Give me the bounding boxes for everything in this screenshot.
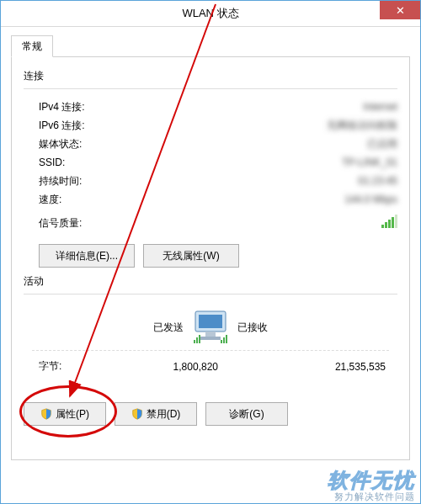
value-ipv6: 无网络访问权限 [327,119,397,133]
row-ssid: SSID: TP-LINK_01 [24,153,397,172]
disable-button-label: 禁用(D) [147,407,181,422]
watermark-brand: 软件无忧 [328,470,415,491]
label-ssid: SSID: [24,157,65,168]
close-icon: ✕ [396,5,405,16]
svg-rect-4 [194,340,195,343]
disable-button[interactable]: 禁用(D) [115,402,197,426]
value-media: 已启用 [367,137,397,151]
titlebar: WLAN 状态 ✕ [1,1,420,27]
connection-button-row: 详细信息(E)... 无线属性(W) [39,244,397,268]
watermark-slogan: 努力解决软件问题 [328,491,415,501]
tab-general[interactable]: 常规 [11,35,53,57]
row-speed: 速度: 144.0 Mbps [24,190,397,209]
wireless-props-button-label: 无线属性(W) [163,249,219,263]
divider [24,294,397,294]
svg-rect-3 [200,337,221,340]
window-title: WLAN 状态 [182,6,238,21]
watermark: 软件无忧 努力解决软件问题 [328,470,415,501]
label-speed: 速度: [24,193,61,207]
svg-rect-6 [199,335,200,343]
value-ssid: TP-LINK_01 [342,157,397,168]
value-signal [381,216,397,231]
svg-rect-8 [223,337,225,343]
label-media: 媒体状态: [24,137,82,151]
activity-columns: 已发送 已接收 [24,303,397,347]
svg-rect-5 [196,337,198,343]
window-body: 常规 连接 IPv4 连接: Internet IPv6 连接: 无网络访问权限… [1,27,420,460]
divider [32,350,389,351]
row-media: 媒体状态: 已启用 [24,135,397,153]
row-signal: 信号质量: [24,214,397,232]
close-button[interactable]: ✕ [380,1,420,19]
value-duration: 01:23:45 [358,175,397,187]
row-ipv6: IPv6 连接: 无网络访问权限 [24,116,397,135]
bytes-label: 字节: [30,359,89,374]
bytes-recv: 21,535,535 [257,361,391,373]
svg-rect-1 [199,315,222,328]
label-signal: 信号质量: [24,216,82,231]
details-button-label: 详细信息(E)... [56,249,118,263]
wlan-status-window: WLAN 状态 ✕ 常规 连接 IPv4 连接: Internet IPv6 连… [0,0,421,504]
shield-icon [131,408,143,420]
activity-group: 活动 已发送 已接收 [24,274,397,379]
divider [24,88,397,89]
row-duration: 持续时间: 01:23:45 [24,172,397,190]
tab-panel: 连接 IPv4 连接: Internet IPv6 连接: 无网络访问权限 媒体… [11,56,410,460]
details-button[interactable]: 详细信息(E)... [39,244,135,268]
svg-rect-2 [205,332,216,337]
properties-button-label: 属性(P) [56,407,89,422]
svg-rect-7 [221,340,222,343]
recv-label: 已接收 [237,321,391,335]
svg-rect-9 [226,335,227,343]
sent-label: 已发送 [30,321,184,335]
connection-header: 连接 [24,69,397,83]
properties-button[interactable]: 属性(P) [24,402,106,426]
wireless-props-button[interactable]: 无线属性(W) [143,244,239,268]
row-ipv4: IPv4 连接: Internet [24,98,397,116]
value-ipv4: Internet [363,101,397,113]
bytes-sent: 1,800,820 [89,361,223,373]
tab-label: 常规 [22,40,42,54]
signal-bars-icon [381,216,397,228]
diagnose-button-label: 诊断(G) [229,407,264,422]
footer-button-row: 属性(P) 禁用(D) 诊断(G) [24,402,397,426]
diagnose-button[interactable]: 诊断(G) [205,402,288,426]
monitor-icon [184,308,237,347]
label-duration: 持续时间: [24,174,82,188]
label-ipv6: IPv6 连接: [24,119,85,133]
shield-icon [40,408,52,420]
activity-header: 活动 [24,274,397,289]
bytes-row: 字节: 1,800,820 21,535,535 [24,354,397,379]
label-ipv4: IPv4 连接: [24,100,85,114]
tabbar: 常规 [11,35,410,57]
value-speed: 144.0 Mbps [344,194,397,205]
